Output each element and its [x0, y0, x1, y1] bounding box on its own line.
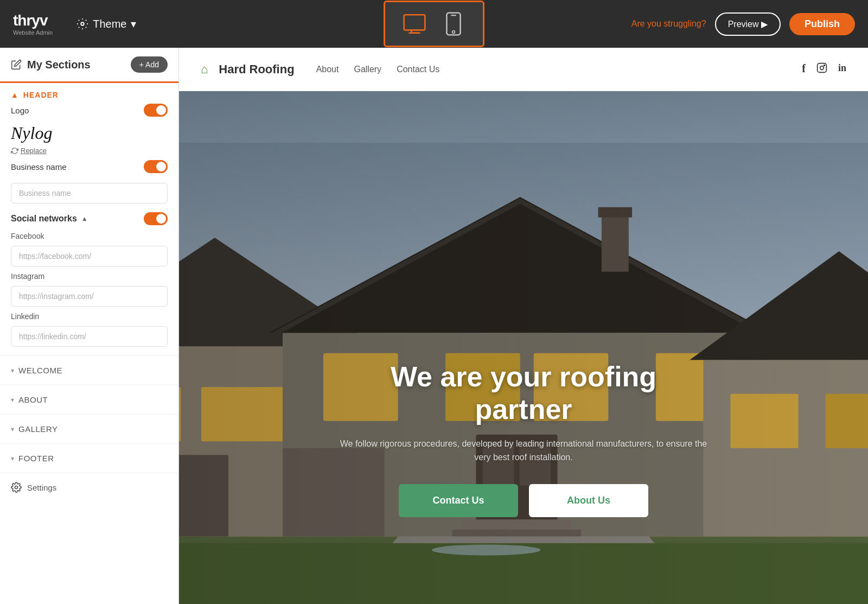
- welcome-section[interactable]: ▾ WELCOME: [0, 355, 178, 385]
- hero-section: We are your roofing partner We follow ri…: [179, 91, 868, 604]
- svg-point-4: [452, 31, 455, 34]
- social-networks-enable-toggle[interactable]: [144, 212, 168, 225]
- gallery-chevron: ▾: [11, 425, 14, 433]
- about-us-button[interactable]: About Us: [529, 484, 648, 517]
- business-name-field-row: Business name: [11, 160, 168, 173]
- brand-name: thryv: [13, 12, 53, 29]
- nav-business-name: Hard Roofing: [219, 62, 294, 77]
- logo-toggle[interactable]: [144, 104, 168, 117]
- svg-point-8: [820, 66, 824, 70]
- logo-display-area: Nylog Replace: [11, 123, 168, 155]
- svg-rect-7: [818, 63, 827, 73]
- footer-section[interactable]: ▾ FOOTER: [0, 443, 178, 473]
- publish-button[interactable]: Publish: [789, 13, 855, 35]
- add-section-button[interactable]: + Add: [131, 56, 168, 73]
- facebook-nav-icon[interactable]: f: [802, 62, 806, 76]
- instagram-nav-icon[interactable]: [816, 62, 827, 76]
- nav-social-icons: f in: [802, 62, 846, 76]
- facebook-label: Facebook: [11, 232, 168, 240]
- theme-chevron: ▾: [131, 17, 136, 30]
- welcome-chevron: ▾: [11, 367, 14, 374]
- nav-links: About Gallery Contact Us: [316, 65, 440, 74]
- nav-link-about[interactable]: About: [316, 65, 339, 74]
- theme-label: Theme: [93, 18, 126, 30]
- right-controls: Are you struggling? Preview ▶ Publish: [631, 12, 855, 36]
- linkedin-label: Linkedin: [11, 312, 168, 321]
- preview-button[interactable]: Preview ▶: [715, 12, 781, 36]
- footer-label: FOOTER: [18, 454, 54, 463]
- facebook-input[interactable]: [11, 246, 168, 266]
- sidebar-header: My Sections + Add: [0, 48, 178, 83]
- linkedin-field: Linkedin: [11, 312, 168, 347]
- svg-rect-1: [404, 15, 425, 30]
- about-section[interactable]: ▾ ABOUT: [0, 385, 178, 414]
- replace-logo-button[interactable]: Replace: [11, 147, 47, 155]
- hero-subtitle: We follow rigorous procedures, developed…: [339, 437, 708, 465]
- social-chevron-up: ▲: [81, 215, 88, 222]
- about-chevron: ▾: [11, 396, 14, 404]
- mobile-view-button[interactable]: [437, 8, 470, 40]
- header-section-toggle[interactable]: ▲ HEADER: [0, 83, 178, 104]
- social-networks-label: Social networks: [11, 214, 77, 224]
- about-label: ABOUT: [18, 395, 48, 404]
- settings-row[interactable]: Settings: [0, 473, 178, 501]
- sidebar-title: My Sections: [27, 59, 91, 71]
- top-bar: thryv Website Admin Theme ▾ Are you s: [0, 0, 868, 48]
- social-networks-section: Social networks ▲ Facebook Instagram: [11, 212, 168, 347]
- instagram-input[interactable]: [11, 286, 168, 307]
- social-networks-toggle[interactable]: Social networks ▲: [11, 214, 88, 224]
- logo-text-display: Nylog: [11, 123, 168, 143]
- struggling-text: Are you struggling?: [631, 19, 706, 29]
- linkedin-input[interactable]: [11, 326, 168, 347]
- sidebar-title-area: My Sections: [11, 59, 91, 71]
- settings-gear-icon: [11, 482, 22, 493]
- welcome-label: WELCOME: [18, 366, 62, 375]
- linkedin-nav-icon[interactable]: in: [838, 62, 846, 76]
- logo-field-row: Logo: [11, 104, 168, 117]
- sidebar: My Sections + Add ▲ HEADER Logo Nylog: [0, 48, 179, 604]
- home-icon[interactable]: ⌂: [201, 62, 208, 77]
- svg-point-6: [15, 486, 18, 489]
- social-networks-header: Social networks ▲: [11, 212, 168, 225]
- header-section-label: HEADER: [23, 91, 59, 99]
- svg-point-0: [81, 22, 84, 26]
- business-name-toggle[interactable]: [144, 160, 168, 173]
- header-chevron-up: ▲: [11, 91, 19, 99]
- brand-logo: thryv Website Admin: [13, 12, 53, 36]
- instagram-label: Instagram: [11, 272, 168, 281]
- pencil-icon: [11, 59, 22, 70]
- instagram-field: Instagram: [11, 272, 168, 307]
- main-layout: My Sections + Add ▲ HEADER Logo Nylog: [0, 48, 868, 604]
- device-controls: [384, 1, 484, 47]
- contact-us-button[interactable]: Contact Us: [399, 484, 518, 517]
- hero-title: We are your roofing partner: [339, 361, 708, 426]
- gallery-label: GALLERY: [18, 424, 58, 434]
- gallery-section[interactable]: ▾ GALLERY: [0, 414, 178, 443]
- business-name-label: Business name: [11, 162, 67, 171]
- svg-point-9: [824, 65, 825, 66]
- facebook-field: Facebook: [11, 232, 168, 266]
- nav-bar: ⌂ Hard Roofing About Gallery Contact Us …: [179, 48, 868, 91]
- svg-rect-3: [446, 13, 460, 35]
- logo-label: Logo: [11, 106, 29, 115]
- hero-buttons: Contact Us About Us: [339, 484, 708, 517]
- nav-link-gallery[interactable]: Gallery: [354, 65, 381, 74]
- settings-label: Settings: [27, 483, 56, 492]
- footer-chevron: ▾: [11, 455, 14, 462]
- business-name-input[interactable]: [11, 183, 168, 204]
- hero-overlay: [179, 91, 868, 604]
- brand-subtitle: Website Admin: [13, 29, 53, 36]
- theme-button[interactable]: Theme ▾: [70, 13, 143, 35]
- hero-content: We are your roofing partner We follow ri…: [339, 361, 708, 517]
- desktop-view-button[interactable]: [398, 8, 431, 40]
- website-preview: ⌂ Hard Roofing About Gallery Contact Us …: [179, 48, 868, 604]
- nav-link-contact[interactable]: Contact Us: [397, 65, 439, 74]
- replace-icon: [11, 147, 18, 155]
- header-section-content: Logo Nylog Replace Business name: [0, 104, 178, 355]
- preview-area: ⌂ Hard Roofing About Gallery Contact Us …: [179, 48, 868, 604]
